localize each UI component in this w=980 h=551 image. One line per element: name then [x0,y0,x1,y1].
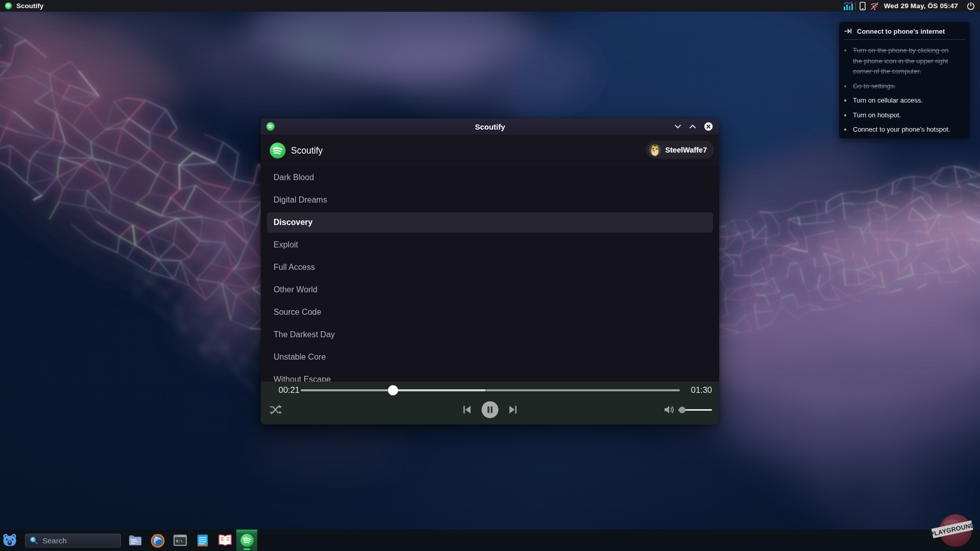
svg-text:C:\: C:\ [176,539,183,543]
